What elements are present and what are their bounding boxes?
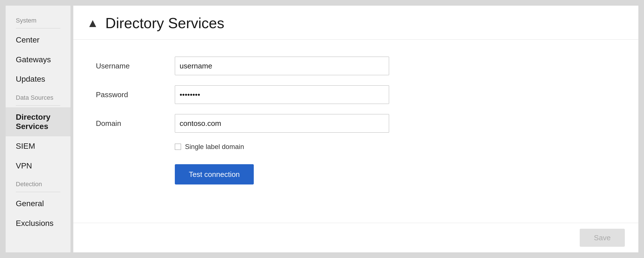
test-connection-button[interactable]: Test connection (175, 164, 254, 184)
domain-label: Domain (96, 119, 175, 128)
sidebar-item-updates[interactable]: Updates (6, 69, 70, 89)
sidebar-item-gateways[interactable]: Gateways (6, 50, 70, 70)
sidebar-item-siem[interactable]: SIEM (6, 136, 70, 156)
data-sources-divider (16, 105, 60, 106)
app-container: System Center Gateways Updates Data Sour… (0, 0, 644, 258)
password-label: Password (96, 90, 175, 99)
single-label-row: Single label domain (175, 143, 616, 151)
single-label-text: Single label domain (185, 143, 244, 151)
page-header: ▲ Directory Services (73, 6, 638, 40)
system-section-label: System (6, 14, 70, 26)
username-input[interactable] (175, 57, 389, 75)
warning-icon: ▲ (87, 17, 99, 29)
domain-input[interactable] (175, 114, 389, 133)
data-sources-section-label: Data Sources (6, 89, 70, 104)
username-row: Username (96, 57, 616, 75)
sidebar: System Center Gateways Updates Data Sour… (6, 6, 70, 252)
domain-row: Domain (96, 114, 616, 133)
detection-section-label: Detection (6, 175, 70, 190)
sidebar-item-vpn[interactable]: VPN (6, 156, 70, 176)
page-title: Directory Services (105, 15, 224, 32)
footer-bar: Save (73, 223, 638, 252)
system-divider (16, 28, 60, 28)
single-label-checkbox[interactable] (175, 144, 181, 150)
sidebar-item-center[interactable]: Center (6, 30, 70, 50)
main-content: ▲ Directory Services Username Password D… (73, 6, 638, 252)
password-row: Password (96, 85, 616, 104)
detection-divider (16, 192, 60, 192)
save-button[interactable]: Save (580, 229, 625, 247)
username-label: Username (96, 62, 175, 70)
sidebar-item-directory-services[interactable]: Directory Services (6, 107, 70, 136)
form-area: Username Password Domain Single label do… (73, 40, 638, 223)
sidebar-item-exclusions[interactable]: Exclusions (6, 213, 70, 233)
password-input[interactable] (175, 85, 389, 104)
sidebar-item-general[interactable]: General (6, 194, 70, 213)
